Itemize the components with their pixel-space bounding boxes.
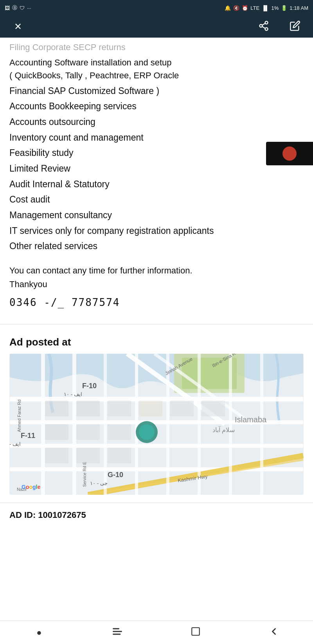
svg-rect-30 — [170, 401, 194, 416]
svg-rect-26 — [45, 448, 68, 463]
svg-rect-52 — [192, 628, 200, 635]
square-icon — [191, 626, 201, 639]
list-item: Feasibility study — [9, 145, 304, 161]
contact-section: You can contact any time for further inf… — [9, 264, 304, 308]
status-icons-right: 🔔 🔇 ⏰ LTE ▐▌ 1% 🔋 1:18 AM — [225, 5, 308, 11]
svg-rect-21 — [45, 424, 68, 440]
svg-line-4 — [262, 23, 265, 25]
svg-rect-23 — [76, 424, 100, 440]
list-item: Limited Review — [9, 161, 304, 177]
ad-id-section: AD ID: 1001072675 — [0, 503, 313, 527]
svg-rect-25 — [108, 424, 131, 440]
close-icon: ✕ — [14, 21, 22, 32]
contact-text: You can contact any time for further inf… — [9, 264, 304, 291]
clock-icon: ⏰ — [242, 5, 248, 11]
svg-text:F-11: F-11 — [21, 432, 35, 440]
svg-rect-31 — [201, 401, 225, 416]
back-nav-button[interactable] — [262, 621, 286, 644]
svg-rect-24 — [108, 401, 131, 416]
list-item: Accounts outsourcing — [9, 114, 304, 130]
svg-text:ایف - ۱۱: ایف - ۱۱ — [9, 441, 21, 447]
svg-rect-12 — [41, 354, 45, 495]
map-svg: Ahmed Faraz Rd Service Rd E Nazir Jinnah… — [9, 354, 304, 495]
svg-rect-29 — [139, 401, 162, 416]
lte-label: LTE — [250, 5, 259, 11]
list-item: Accounts Bookkeeping services — [9, 99, 304, 114]
svg-rect-20 — [45, 401, 68, 416]
status-bar: 🖼 Ⓑ 🛡 ··· 🔔 🔇 ⏰ LTE ▐▌ 1% 🔋 1:18 AM — [0, 0, 313, 16]
svg-rect-13 — [72, 354, 76, 495]
intro-text: Accounting Software installation and set… — [9, 55, 304, 83]
edit-icon — [290, 20, 300, 33]
svg-rect-18 — [229, 354, 232, 495]
svg-text:G-10: G-10 — [108, 471, 123, 479]
ad-id-text: AD ID: 1001072675 — [9, 510, 304, 520]
home-icon: ● — [36, 628, 41, 638]
menu-nav-button[interactable] — [106, 621, 129, 644]
menu-icon — [112, 626, 123, 639]
edit-button[interactable] — [283, 15, 307, 38]
list-item: Inventory count and management — [9, 130, 304, 146]
svg-rect-19 — [260, 354, 263, 495]
svg-line-3 — [262, 26, 265, 28]
list-item: Cost audit — [9, 192, 304, 208]
square-nav-button[interactable] — [184, 621, 207, 644]
svg-rect-27 — [76, 448, 100, 463]
svg-text:Ahmed Faraz Rd: Ahmed Faraz Rd — [17, 400, 22, 432]
bottom-nav: ● — [0, 620, 313, 644]
faded-header-title: Filing Corporate SECP returns — [9, 42, 304, 54]
ad-posted-title: Ad posted at — [9, 336, 304, 348]
time-display: 1:18 AM — [290, 5, 308, 11]
battery-icon: 🔋 — [281, 5, 287, 11]
recording-dot — [282, 147, 297, 161]
svg-text:Google: Google — [22, 484, 40, 490]
status-icons-left: 🖼 Ⓑ 🛡 ··· — [5, 4, 31, 11]
share-button[interactable] — [252, 15, 275, 38]
b-icon: Ⓑ — [12, 4, 17, 11]
list-item: Financial SAP Customized Software ) — [9, 83, 304, 99]
main-content: Filing Corporate SECP returns Accounting… — [0, 38, 313, 316]
action-bar: ✕ — [0, 16, 313, 38]
services-list: Financial SAP Customized Software ) Acco… — [9, 83, 304, 254]
map-container[interactable]: Ahmed Faraz Rd Service Rd E Nazir Jinnah… — [9, 354, 304, 495]
back-icon — [268, 626, 279, 639]
content-divider — [0, 324, 313, 324]
shield-icon: 🛡 — [20, 5, 25, 11]
share-icon — [258, 20, 269, 33]
ad-posted-section: Ad posted at — [0, 332, 313, 503]
list-item: Management consultancy — [9, 208, 304, 223]
list-item: Audit Internal & Statutory — [9, 177, 304, 192]
close-button[interactable]: ✕ — [6, 15, 30, 38]
svg-rect-15 — [135, 354, 138, 495]
svg-rect-17 — [198, 354, 201, 495]
svg-point-33 — [139, 424, 155, 440]
alarm-icon: 🔔 — [225, 5, 231, 11]
more-icon: ··· — [27, 5, 31, 11]
signal-bars: ▐▌ — [262, 5, 269, 11]
svg-text:سلام آباد: سلام آباد — [212, 426, 235, 434]
home-nav-button[interactable]: ● — [27, 621, 51, 644]
svg-rect-28 — [108, 448, 131, 463]
svg-rect-22 — [76, 401, 100, 416]
list-item: Other related services — [9, 239, 304, 254]
svg-rect-14 — [104, 354, 107, 495]
svg-text:F-10: F-10 — [82, 382, 97, 390]
recording-button[interactable] — [266, 142, 313, 165]
svg-rect-10 — [10, 444, 303, 448]
svg-text:جی - ۱۰: جی - ۱۰ — [90, 480, 108, 486]
svg-text:Service Rd E: Service Rd E — [82, 462, 87, 487]
image-icon: 🖼 — [5, 5, 10, 11]
svg-rect-11 — [10, 467, 303, 471]
mute-icon: 🔇 — [233, 5, 239, 11]
svg-text:ایف - ۱۰: ایف - ۱۰ — [64, 391, 82, 397]
list-item: IT services only for company registratio… — [9, 223, 304, 239]
phone-number: 0346 -/_ 7787574 — [9, 297, 304, 308]
svg-text:Islamaba: Islamaba — [235, 415, 267, 424]
battery-pct: 1% — [272, 5, 279, 11]
